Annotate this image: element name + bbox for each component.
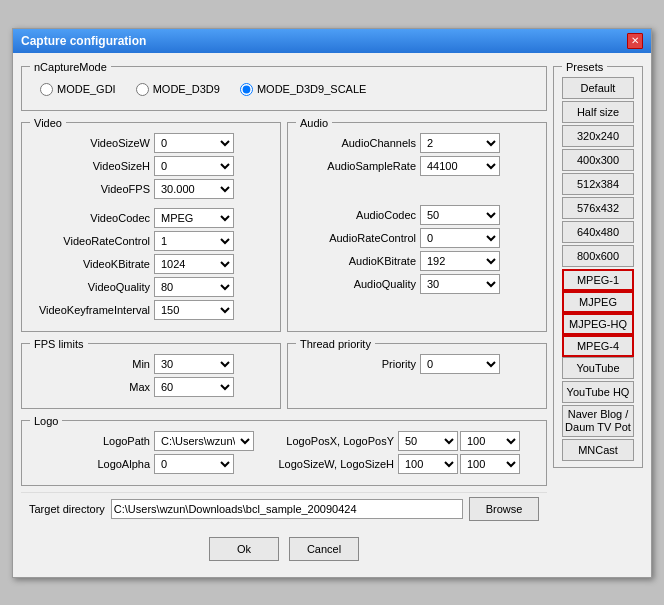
audio-codec-label: AudioCodec (296, 209, 416, 221)
priority-row: Priority 0 (296, 354, 538, 374)
logo-posx-select[interactable]: 50 (398, 431, 458, 451)
preset-btn-default[interactable]: Default (562, 77, 634, 99)
audio-kbitrate-label: AudioKBitrate (296, 255, 416, 267)
logo-size-selects: 100 100 (398, 454, 520, 474)
window-title: Capture configuration (21, 34, 146, 48)
audio-kbitrate-row: AudioKBitrate 192 (296, 251, 538, 271)
fps-min-row: Min 30 (30, 354, 272, 374)
priority-select[interactable]: 0 (420, 354, 500, 374)
audio-kbitrate-select[interactable]: 192 (420, 251, 500, 271)
audio-samplerate-select[interactable]: 44100 (420, 156, 500, 176)
preset-btn-640x480[interactable]: 640x480 (562, 221, 634, 243)
logo-sizeh-select[interactable]: 100 (460, 454, 520, 474)
preset-btn-512x384[interactable]: 512x384 (562, 173, 634, 195)
video-legend: Video (30, 117, 66, 129)
preset-btn-youtube-hq[interactable]: YouTube HQ (562, 381, 634, 403)
audio-channels-row: AudioChannels 2 (296, 133, 538, 153)
preset-btn-800x600[interactable]: 800x600 (562, 245, 634, 267)
audio-ratecontrol-select[interactable]: 0 (420, 228, 500, 248)
browse-button[interactable]: Browse (469, 497, 539, 521)
video-sizew-label: VideoSizeW (30, 137, 150, 149)
presets-list: DefaultHalf size320x240400x300512x384576… (562, 77, 634, 463)
preset-btn-naver-blog-/-daum-tv-pot[interactable]: Naver Blog / Daum TV Pot (562, 405, 634, 437)
video-ratecontrol-row: VideoRateControl 1 (30, 231, 272, 251)
video-ratecontrol-select[interactable]: 1 (154, 231, 234, 251)
preset-btn-mpeg-4[interactable]: MPEG-4 (562, 335, 634, 357)
presets-column: Presets DefaultHalf size320x240400x30051… (553, 61, 643, 569)
cancel-button[interactable]: Cancel (289, 537, 359, 561)
fps-min-select[interactable]: 30 (154, 354, 234, 374)
fps-max-label: Max (30, 381, 150, 393)
video-codec-select[interactable]: MPEG (154, 208, 234, 228)
video-kbitrate-label: VideoKBitrate (30, 258, 150, 270)
audio-group: Audio AudioChannels 2 AudioSampleRate 44… (287, 117, 547, 332)
video-sizeh-select[interactable]: 0 (154, 156, 234, 176)
target-input[interactable]: C:\Users\wzun\Downloads\bcl_sample_20090… (111, 499, 463, 519)
logo-group: Logo LogoPath C:\Users\wzun\ LogoAlpha 0 (21, 415, 547, 486)
ok-button[interactable]: Ok (209, 537, 279, 561)
mode-gdi-radio[interactable] (40, 83, 53, 96)
thread-priority-legend: Thread priority (296, 338, 375, 350)
video-keyframe-label: VideoKeyframeInterval (30, 304, 150, 316)
video-audio-row: Video VideoSizeW 0 VideoSizeH 0 VideoFPS… (21, 117, 547, 332)
video-quality-select[interactable]: 80 (154, 277, 234, 297)
close-button[interactable]: ✕ (627, 33, 643, 49)
window-body: nCaptureMode MODE_GDI MODE_D3D9 MODE_D3D… (13, 53, 651, 577)
audio-samplerate-label: AudioSampleRate (296, 160, 416, 172)
thread-priority-group: Thread priority Priority 0 (287, 338, 547, 409)
video-sizew-select[interactable]: 0 (154, 133, 234, 153)
audio-quality-select[interactable]: 30 (420, 274, 500, 294)
fps-limits-group: FPS limits Min 30 Max 60 (21, 338, 281, 409)
video-fps-label: VideoFPS (30, 183, 150, 195)
capture-mode-legend: nCaptureMode (30, 61, 111, 73)
video-keyframe-row: VideoKeyframeInterval 150 (30, 300, 272, 320)
logo-sizew-select[interactable]: 100 (398, 454, 458, 474)
preset-btn-youtube[interactable]: YouTube (562, 357, 634, 379)
preset-btn-mpeg-1[interactable]: MPEG-1 (562, 269, 634, 291)
target-label: Target directory (29, 503, 105, 515)
preset-btn-320x240[interactable]: 320x240 (562, 125, 634, 147)
audio-codec-select[interactable]: 50 (420, 205, 500, 225)
mode-d3d9scale-label[interactable]: MODE_D3D9_SCALE (240, 83, 366, 96)
video-fps-select[interactable]: 30.000 (154, 179, 234, 199)
logo-left: LogoPath C:\Users\wzun\ LogoAlpha 0 (30, 431, 254, 477)
audio-ratecontrol-row: AudioRateControl 0 (296, 228, 538, 248)
main-content: nCaptureMode MODE_GDI MODE_D3D9 MODE_D3D… (21, 61, 547, 569)
mode-gdi-label[interactable]: MODE_GDI (40, 83, 116, 96)
mode-d3d9scale-radio[interactable] (240, 83, 253, 96)
video-fps-row: VideoFPS 30.000 (30, 179, 272, 199)
audio-quality-label: AudioQuality (296, 278, 416, 290)
fps-max-select[interactable]: 60 (154, 377, 234, 397)
video-quality-label: VideoQuality (30, 281, 150, 293)
mode-d3d9scale-text: MODE_D3D9_SCALE (257, 83, 366, 95)
audio-codec-row: AudioCodec 50 (296, 205, 538, 225)
audio-channels-select[interactable]: 2 (420, 133, 500, 153)
audio-ratecontrol-label: AudioRateControl (296, 232, 416, 244)
fps-max-row: Max 60 (30, 377, 272, 397)
audio-quality-row: AudioQuality 30 (296, 274, 538, 294)
title-bar: Capture configuration ✕ (13, 29, 651, 53)
preset-btn-half-size[interactable]: Half size (562, 101, 634, 123)
video-group: Video VideoSizeW 0 VideoSizeH 0 VideoFPS… (21, 117, 281, 332)
fps-min-label: Min (30, 358, 150, 370)
video-kbitrate-select[interactable]: 1024 (154, 254, 234, 274)
logo-size-row: LogoSizeW, LogoSizeH 100 100 (264, 454, 520, 474)
capture-mode-radios: MODE_GDI MODE_D3D9 MODE_D3D9_SCALE (30, 77, 538, 102)
logo-legend: Logo (30, 415, 62, 427)
preset-btn-576x432[interactable]: 576x432 (562, 197, 634, 219)
logo-path-select[interactable]: C:\Users\wzun\ (154, 431, 254, 451)
video-sizew-row: VideoSizeW 0 (30, 133, 272, 153)
mode-d3d9-label[interactable]: MODE_D3D9 (136, 83, 220, 96)
video-sizeh-row: VideoSizeH 0 (30, 156, 272, 176)
logo-posy-select[interactable]: 100 (460, 431, 520, 451)
preset-btn-mjpeg-hq[interactable]: MJPEG-HQ (562, 313, 634, 335)
preset-btn-400x300[interactable]: 400x300 (562, 149, 634, 171)
logo-path-label: LogoPath (30, 435, 150, 447)
preset-btn-mjpeg[interactable]: MJPEG (562, 291, 634, 313)
logo-alpha-select[interactable]: 0 (154, 454, 234, 474)
mode-d3d9-radio[interactable] (136, 83, 149, 96)
preset-btn-mncast[interactable]: MNCast (562, 439, 634, 461)
video-keyframe-select[interactable]: 150 (154, 300, 234, 320)
mode-gdi-text: MODE_GDI (57, 83, 116, 95)
logo-pos-row: LogoPosX, LogoPosY 50 100 (264, 431, 520, 451)
